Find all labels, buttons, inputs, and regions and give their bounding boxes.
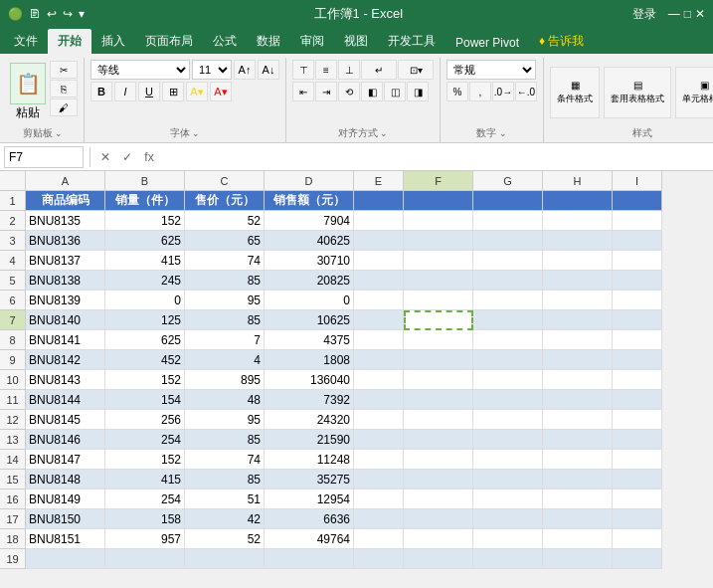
cell-r2-c3[interactable]: 7904 xyxy=(265,211,354,231)
merge-button[interactable]: ⊡▾ xyxy=(398,60,434,80)
cell-r16-c2[interactable]: 51 xyxy=(185,490,265,509)
row-num-8[interactable]: 8 xyxy=(0,330,26,350)
font-size-select[interactable]: 11 xyxy=(192,60,232,80)
row-num-3[interactable]: 3 xyxy=(0,231,26,251)
quick-access-redo[interactable]: ↪ xyxy=(63,7,73,21)
cell-r8-c8[interactable] xyxy=(613,330,662,350)
cell-r18-c7[interactable] xyxy=(543,529,613,549)
cell-r7-c4[interactable] xyxy=(354,310,404,330)
cell-r13-c3[interactable]: 21590 xyxy=(265,430,354,450)
cell-r17-c4[interactable] xyxy=(354,509,404,529)
tab-tellme[interactable]: ♦ 告诉我 xyxy=(529,29,594,54)
cell-r17-c2[interactable]: 42 xyxy=(185,509,265,529)
cell-r3-c5[interactable] xyxy=(404,231,473,251)
underline-button[interactable]: U xyxy=(138,82,160,101)
cell-r17-c6[interactable] xyxy=(473,509,543,529)
tab-view[interactable]: 视图 xyxy=(334,29,378,54)
cell-r7-c1[interactable]: 125 xyxy=(105,310,185,330)
col-header-G[interactable]: G xyxy=(473,171,543,191)
cell-r16-c8[interactable] xyxy=(613,490,662,509)
cell-r12-c3[interactable]: 24320 xyxy=(265,410,354,430)
row-num-5[interactable]: 5 xyxy=(0,271,26,291)
cell-r6-c6[interactable] xyxy=(473,291,543,310)
function-icon[interactable]: fx xyxy=(140,148,158,166)
tab-pagelayout[interactable]: 页面布局 xyxy=(135,29,203,54)
row-num-14[interactable]: 14 xyxy=(0,450,26,470)
cell-r8-c2[interactable]: 7 xyxy=(185,330,265,350)
copy-button[interactable]: ⎘ xyxy=(50,80,78,98)
login-button[interactable]: 登录 xyxy=(632,6,656,23)
cell-r4-c7[interactable] xyxy=(543,251,613,271)
cell-r17-c1[interactable]: 158 xyxy=(105,509,185,529)
row-num-17[interactable]: 17 xyxy=(0,509,26,529)
cell-r10-c0[interactable]: BNU8143 xyxy=(26,370,105,390)
cell-r15-c5[interactable] xyxy=(404,470,473,490)
cell-r9-c3[interactable]: 1808 xyxy=(265,350,354,370)
increase-decimal-button[interactable]: .0→ xyxy=(492,82,514,101)
italic-button[interactable]: I xyxy=(114,82,136,101)
col-header-F[interactable]: F xyxy=(404,171,473,191)
cell-r12-c6[interactable] xyxy=(473,410,543,430)
cell-r13-c4[interactable] xyxy=(354,430,404,450)
cell-r5-c7[interactable] xyxy=(543,271,613,291)
cell-r12-c8[interactable] xyxy=(613,410,662,430)
table-format-button[interactable]: ▤ 套用表格格式 xyxy=(604,67,671,118)
fill-color-button[interactable]: A▾ xyxy=(186,82,208,101)
cell-r18-c5[interactable] xyxy=(404,529,473,549)
cell-r6-c3[interactable]: 0 xyxy=(265,291,354,310)
cell-r2-c0[interactable]: BNU8135 xyxy=(26,211,105,231)
cell-r2-c5[interactable] xyxy=(404,211,473,231)
quick-access-undo[interactable]: ↩ xyxy=(47,7,57,21)
cell-r15-c0[interactable]: BNU8148 xyxy=(26,470,105,490)
cell-r15-c7[interactable] xyxy=(543,470,613,490)
cell-r11-c7[interactable] xyxy=(543,390,613,410)
cell-r12-c2[interactable]: 95 xyxy=(185,410,265,430)
row-num-15[interactable]: 15 xyxy=(0,470,26,490)
tab-insert[interactable]: 插入 xyxy=(91,29,135,54)
cell-r17-c8[interactable] xyxy=(613,509,662,529)
comma-button[interactable]: , xyxy=(469,82,491,101)
cell-r11-c2[interactable]: 48 xyxy=(185,390,265,410)
tab-review[interactable]: 审阅 xyxy=(290,29,334,54)
cell-r15-c6[interactable] xyxy=(473,470,543,490)
cancel-icon[interactable]: ✕ xyxy=(96,148,114,166)
cell-r19-c1[interactable] xyxy=(105,549,185,569)
cell-r1-c6[interactable] xyxy=(473,191,543,211)
cell-r15-c1[interactable]: 415 xyxy=(105,470,185,490)
cell-r13-c7[interactable] xyxy=(543,430,613,450)
cell-r2-c4[interactable] xyxy=(354,211,404,231)
cell-r1-c5[interactable] xyxy=(404,191,473,211)
col-header-D[interactable]: D xyxy=(265,171,354,191)
align-left-button[interactable]: ◧ xyxy=(361,82,383,101)
cell-r3-c7[interactable] xyxy=(543,231,613,251)
cell-r3-c2[interactable]: 65 xyxy=(185,231,265,251)
confirm-icon[interactable]: ✓ xyxy=(118,148,136,166)
cell-r8-c0[interactable]: BNU8141 xyxy=(26,330,105,350)
cell-r12-c7[interactable] xyxy=(543,410,613,430)
row-num-1[interactable]: 1 xyxy=(0,191,26,211)
cell-r8-c5[interactable] xyxy=(404,330,473,350)
cell-r2-c7[interactable] xyxy=(543,211,613,231)
cell-r11-c0[interactable]: BNU8144 xyxy=(26,390,105,410)
cell-r10-c2[interactable]: 895 xyxy=(185,370,265,390)
cell-r18-c0[interactable]: BNU8151 xyxy=(26,529,105,549)
cell-r12-c5[interactable] xyxy=(404,410,473,430)
cell-r5-c8[interactable] xyxy=(613,271,662,291)
align-bottom-button[interactable]: ⊥ xyxy=(338,60,360,80)
cell-r14-c7[interactable] xyxy=(543,450,613,470)
col-header-E[interactable]: E xyxy=(354,171,404,191)
cell-r4-c3[interactable]: 30710 xyxy=(265,251,354,271)
cell-r14-c2[interactable]: 74 xyxy=(185,450,265,470)
row-num-6[interactable]: 6 xyxy=(0,291,26,310)
font-name-select[interactable]: 等线 xyxy=(90,60,190,80)
cell-r14-c8[interactable] xyxy=(613,450,662,470)
cell-r13-c1[interactable]: 254 xyxy=(105,430,185,450)
cell-r6-c1[interactable]: 0 xyxy=(105,291,185,310)
cell-r16-c5[interactable] xyxy=(404,490,473,509)
row-num-18[interactable]: 18 xyxy=(0,529,26,549)
col-header-A[interactable]: A xyxy=(26,171,105,191)
cell-r3-c3[interactable]: 40625 xyxy=(265,231,354,251)
cell-r5-c1[interactable]: 245 xyxy=(105,271,185,291)
cell-r13-c0[interactable]: BNU8146 xyxy=(26,430,105,450)
cell-r3-c4[interactable] xyxy=(354,231,404,251)
